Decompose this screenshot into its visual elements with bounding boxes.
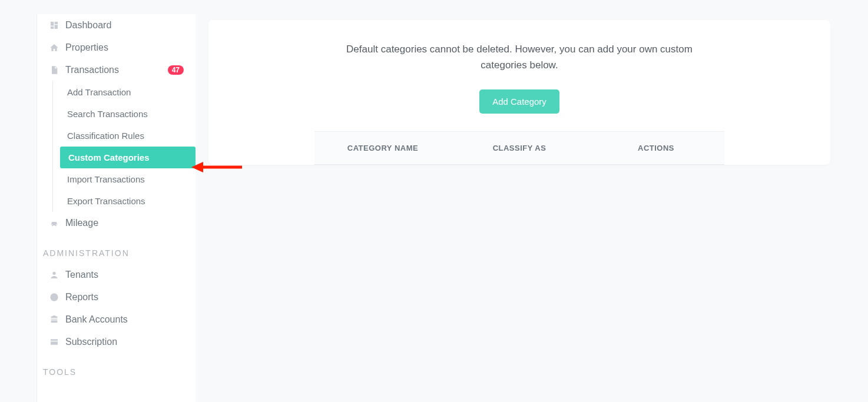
column-classify-as: CLASSIFY AS [451,132,588,164]
transactions-subnav: Add Transaction Search Transactions Clas… [52,81,196,212]
subnav-export-transactions[interactable]: Export Transactions [67,190,196,212]
nav-label: Mileage [65,218,184,228]
nav-label: Subscription [65,337,184,347]
nav-label: Transactions [65,65,164,75]
card-icon [49,337,59,347]
nav-label: Properties [65,42,184,53]
info-text: Default categories cannot be deleted. Ho… [331,41,708,73]
sidebar-item-properties[interactable]: Properties [37,36,196,59]
column-actions: ACTIONS [588,132,724,164]
section-administration: ADMINISTRATION [37,234,196,264]
subnav-classification-rules[interactable]: Classification Rules [67,125,196,147]
table-header: CATEGORY NAME CLASSIFY AS ACTIONS [314,131,724,165]
column-category-name: CATEGORY NAME [314,132,451,164]
car-icon [49,218,59,228]
main-content: Default categories cannot be deleted. Ho… [196,0,868,402]
sidebar-item-transactions[interactable]: Transactions 47 [37,59,196,81]
sidebar-item-subscription[interactable]: Subscription [37,331,196,353]
sidebar-item-dashboard[interactable]: Dashboard [37,14,196,36]
chart-icon [49,292,59,303]
subnav-add-transaction[interactable]: Add Transaction [67,81,196,103]
sidebar-item-reports[interactable]: Reports [37,286,196,308]
add-category-button[interactable]: Add Category [479,89,559,114]
dashboard-icon [49,20,59,31]
subnav-custom-categories[interactable]: Custom Categories [60,147,196,168]
transactions-badge: 47 [168,65,184,75]
home-icon [49,42,59,53]
subnav-search-transactions[interactable]: Search Transactions [67,103,196,125]
users-icon [49,270,59,280]
sidebar-item-mileage[interactable]: Mileage [37,212,196,234]
nav-label: Tenants [65,270,184,280]
section-tools: TOOLS [37,353,196,383]
subnav-import-transactions[interactable]: Import Transactions [67,168,196,190]
document-icon [49,65,59,75]
sidebar-item-tenants[interactable]: Tenants [37,264,196,286]
sidebar-item-bank-accounts[interactable]: Bank Accounts [37,308,196,331]
sidebar-inner: Dashboard Properties Transactions 47 Add… [37,14,196,402]
nav-label: Reports [65,292,184,303]
categories-card: Default categories cannot be deleted. Ho… [208,20,830,165]
nav-label: Bank Accounts [65,314,184,325]
sidebar: Dashboard Properties Transactions 47 Add… [0,0,196,402]
bank-icon [49,314,59,325]
nav-label: Dashboard [65,20,184,31]
